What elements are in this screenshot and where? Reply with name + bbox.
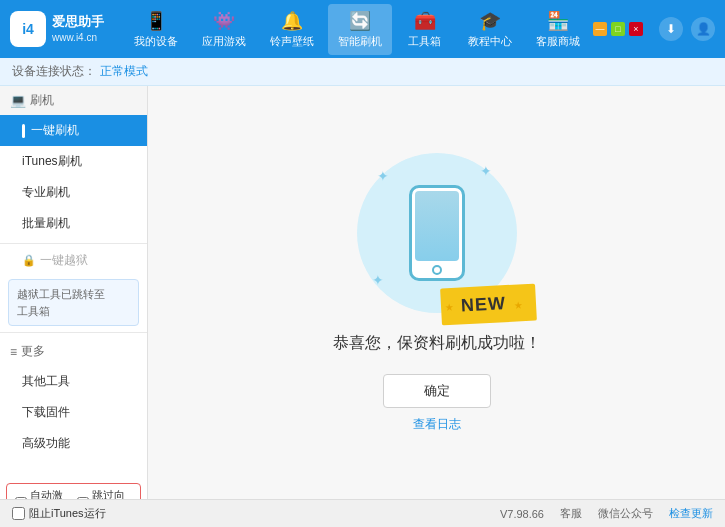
pro-flash-label: 专业刷机: [22, 184, 70, 201]
nav-item-service[interactable]: 🏪 客服商城: [526, 4, 590, 55]
tutorials-icon: 🎓: [479, 10, 501, 32]
sidebar-item-pro-flash[interactable]: 专业刷机: [0, 177, 147, 208]
sparkle-icon-3: ✦: [372, 272, 384, 288]
bars-icon: ≡: [10, 345, 17, 359]
sidebar-section-more: ≡ 更多: [0, 337, 147, 366]
nav-label-service: 客服商城: [536, 34, 580, 49]
nav-item-apps-games[interactable]: 👾 应用游戏: [192, 4, 256, 55]
advanced-label: 高级功能: [22, 435, 70, 452]
auto-activate-input[interactable]: [15, 497, 27, 499]
sidebar-divider-1: [0, 243, 147, 244]
sidebar-disabled-jailbreak: 🔒 一键越狱: [0, 248, 147, 273]
star-left-icon: ★: [445, 300, 455, 311]
footer-left: 阻止iTunes运行: [12, 506, 106, 521]
confirm-button[interactable]: 确定: [383, 374, 491, 408]
logo-area: i4 爱思助手 www.i4.cn: [10, 11, 120, 47]
apps-icon: 👾: [213, 10, 235, 32]
download-firmware-label: 下载固件: [22, 404, 70, 421]
star-right-icon: ★: [513, 299, 523, 310]
sidebar-notice: 越狱工具已跳转至工具箱: [8, 279, 139, 326]
nav-label-ringtones: 铃声壁纸: [270, 34, 314, 49]
new-banner: ★ NEW ★: [440, 283, 537, 325]
sidebar-divider-2: [0, 332, 147, 333]
sidebar-item-download-firmware[interactable]: 下载固件: [0, 397, 147, 428]
nav-items: 📱 我的设备 👾 应用游戏 🔔 铃声壁纸 🔄 智能刷机 🧰 工具箱 🎓 教程中心…: [120, 4, 593, 55]
success-message: 恭喜您，保资料刷机成功啦！: [333, 333, 541, 354]
footer-link-service[interactable]: 客服: [560, 506, 582, 521]
topbar-right: — □ × ⬇ 👤: [593, 17, 715, 41]
lock-icon: 🔒: [22, 254, 36, 267]
nav-label-my-device: 我的设备: [134, 34, 178, 49]
minimize-button[interactable]: —: [593, 22, 607, 36]
content-area: ✦ ✦ ✦ ★ NEW ★ 恭喜您，保资料刷机成功啦！ 确定 查看日志: [148, 86, 725, 499]
nav-item-my-device[interactable]: 📱 我的设备: [124, 4, 188, 55]
main-layout: 💻 刷机 一键刷机 iTunes刷机 专业刷机 批量刷机 🔒 一键越狱 越狱工具…: [0, 86, 725, 499]
statusbar: 设备连接状态： 正常模式: [0, 58, 725, 86]
sidebar-item-advanced[interactable]: 高级功能: [0, 428, 147, 459]
phone-circle: ✦ ✦ ✦ ★ NEW ★: [357, 153, 517, 313]
nav-label-toolbox: 工具箱: [408, 34, 441, 49]
nav-label-flash: 智能刷机: [338, 34, 382, 49]
footer-link-wechat[interactable]: 微信公众号: [598, 506, 653, 521]
other-tools-label: 其他工具: [22, 373, 70, 390]
flash-icon: 🔄: [349, 10, 371, 32]
sidebar-section-flash: 💻 刷机: [0, 86, 147, 115]
service-icon: 🏪: [547, 10, 569, 32]
logo-icon: i4: [10, 11, 46, 47]
status-label: 设备连接状态：: [12, 63, 96, 80]
one-key-flash-label: 一键刷机: [31, 122, 79, 139]
sidebar-item-one-key-flash[interactable]: 一键刷机: [0, 115, 147, 146]
disabled-label: 一键越狱: [40, 252, 88, 269]
phone-body: [409, 185, 465, 281]
notice-text: 越狱工具已跳转至工具箱: [17, 288, 105, 317]
user-button[interactable]: 👤: [691, 17, 715, 41]
nav-item-toolbox[interactable]: 🧰 工具箱: [396, 4, 454, 55]
nav-label-tutorials: 教程中心: [468, 34, 512, 49]
sidebar-item-itunes-flash[interactable]: iTunes刷机: [0, 146, 147, 177]
view-log-link[interactable]: 查看日志: [413, 416, 461, 433]
footer-version: V7.98.66: [500, 508, 544, 520]
maximize-button[interactable]: □: [611, 22, 625, 36]
itunes-flash-label: iTunes刷机: [22, 153, 82, 170]
footer-link-update[interactable]: 检查更新: [669, 506, 713, 521]
more-section-label: 更多: [21, 343, 45, 360]
topbar: i4 爱思助手 www.i4.cn 📱 我的设备 👾 应用游戏 🔔 铃声壁纸 🔄…: [0, 0, 725, 58]
checkbox-row: 自动激活 跳过向导: [6, 483, 141, 499]
logo-text: 爱思助手 www.i4.cn: [52, 13, 104, 45]
batch-flash-label: 批量刷机: [22, 215, 70, 232]
sparkle-icon-2: ✦: [480, 163, 492, 179]
device-icon: 📱: [145, 10, 167, 32]
nav-item-tutorials[interactable]: 🎓 教程中心: [458, 4, 522, 55]
flash-section-label: 刷机: [30, 92, 54, 109]
sidebar-item-other-tools[interactable]: 其他工具: [0, 366, 147, 397]
phone-home-button: [432, 265, 442, 275]
nav-label-apps: 应用游戏: [202, 34, 246, 49]
new-text: NEW: [461, 293, 507, 315]
guide-export-checkbox[interactable]: 跳过向导: [77, 488, 133, 499]
brand-url: www.i4.cn: [52, 31, 104, 45]
auto-activate-checkbox[interactable]: 自动激活: [15, 488, 71, 499]
close-button[interactable]: ×: [629, 22, 643, 36]
itunes-checkbox-input[interactable]: [12, 507, 25, 520]
nav-item-ringtones[interactable]: 🔔 铃声壁纸: [260, 4, 324, 55]
guide-export-input[interactable]: [77, 497, 89, 499]
nav-item-smart-flash[interactable]: 🔄 智能刷机: [328, 4, 392, 55]
status-value: 正常模式: [100, 63, 148, 80]
win-controls: — □ ×: [593, 22, 643, 36]
itunes-label: 阻止iTunes运行: [29, 506, 106, 521]
auto-activate-label: 自动激活: [30, 488, 71, 499]
brand-name: 爱思助手: [52, 13, 104, 31]
sparkle-icon-1: ✦: [377, 168, 389, 184]
phone-screen: [415, 191, 459, 261]
footer: 阻止iTunes运行 V7.98.66 客服 微信公众号 检查更新: [0, 499, 725, 527]
phone-illustration: ✦ ✦ ✦ ★ NEW ★: [357, 153, 517, 313]
ringtone-icon: 🔔: [281, 10, 303, 32]
sidebar: 💻 刷机 一键刷机 iTunes刷机 专业刷机 批量刷机 🔒 一键越狱 越狱工具…: [0, 86, 148, 499]
download-button[interactable]: ⬇: [659, 17, 683, 41]
guide-export-label: 跳过向导: [92, 488, 133, 499]
logo-letter: i4: [22, 21, 34, 37]
flash-section-icon: 💻: [10, 93, 26, 108]
itunes-checkbox[interactable]: 阻止iTunes运行: [12, 506, 106, 521]
sidebar-item-batch-flash[interactable]: 批量刷机: [0, 208, 147, 239]
toolbox-icon: 🧰: [414, 10, 436, 32]
